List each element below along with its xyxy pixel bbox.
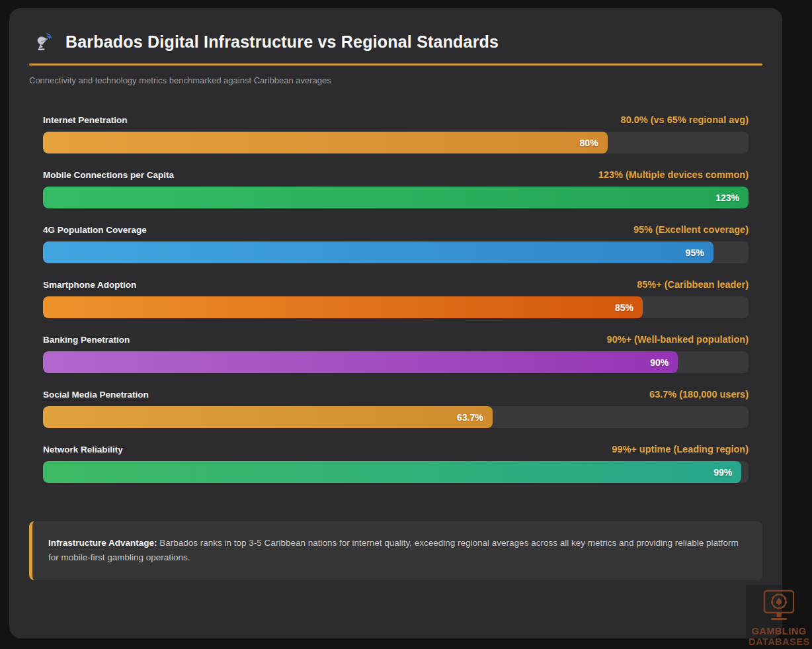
metric-bar-track: 90% (43, 351, 749, 373)
metric-bar-track: 63.7% (43, 406, 749, 428)
metric-bar-value-label: 90% (650, 357, 669, 368)
metric-label: Internet Penetration (43, 115, 128, 125)
metric-label: Social Media Penetration (43, 390, 149, 400)
gambling-monitor-chip-icon (759, 589, 799, 623)
metric-bar-value-label: 80% (580, 138, 598, 148)
metric-bar-track: 80% (43, 132, 749, 153)
metric-annotation: 80.0% (vs 65% regional avg) (621, 114, 749, 125)
metric-label: 4G Population Coverage (43, 225, 147, 235)
metric-bar-value-label: 95% (686, 247, 704, 258)
metric-bar-track: 123% (43, 187, 749, 208)
metric-label: Mobile Connections per Capita (43, 170, 174, 180)
metric-row: Network Reliability 99%+ uptime (Leading… (43, 444, 749, 483)
satellite-dish-icon (34, 30, 56, 53)
metric-annotation: 90%+ (Well-banked population) (607, 334, 749, 345)
metric-row: Mobile Connections per Capita 123% (Mult… (43, 169, 749, 208)
title-underline (29, 64, 762, 65)
logo-text-line1: GAMBLING (749, 626, 809, 637)
infrastructure-note: Infrastructure Advantage: Barbados ranks… (29, 521, 762, 580)
metric-bar-value-label: 99% (713, 467, 732, 478)
logo-text-line2: DATABASES (749, 636, 809, 648)
page-subtitle: Connectivity and technology metrics benc… (29, 75, 762, 85)
metric-bar-fill: 90% (43, 351, 678, 373)
metric-bar-value-label: 85% (615, 302, 633, 313)
metric-bar-fill: 85% (43, 296, 643, 318)
metric-annotation: 95% (Excellent coverage) (633, 224, 749, 235)
metric-bar-fill: 80% (43, 132, 608, 153)
metric-row: Smartphone Adoption 85%+ (Caribbean lead… (43, 279, 749, 318)
metric-row: 4G Population Coverage 95% (Excellent co… (43, 224, 749, 263)
metric-row: Internet Penetration 80.0% (vs 65% regio… (43, 114, 749, 153)
metric-bar-fill: 95% (43, 241, 713, 263)
metrics-list: Internet Penetration 80.0% (vs 65% regio… (43, 114, 749, 483)
infographic-card: Barbados Digital Infrastructure vs Regio… (9, 8, 782, 638)
metric-bar-track: 85% (43, 296, 749, 318)
metric-annotation: 99%+ uptime (Leading region) (612, 444, 749, 454)
metric-row: Social Media Penetration 63.7% (180,000 … (43, 389, 749, 428)
metric-bar-track: 95% (43, 241, 749, 263)
metric-bar-track: 99% (43, 461, 749, 483)
metric-bar-fill: 99% (43, 461, 741, 483)
note-lead: Infrastructure Advantage: (48, 538, 157, 548)
header: Barbados Digital Infrastructure vs Regio… (29, 30, 762, 53)
metric-bar-value-label: 63.7% (457, 412, 483, 423)
metric-row: Banking Penetration 90%+ (Well-banked po… (43, 334, 749, 373)
metric-annotation: 123% (Multiple devices common) (598, 169, 749, 180)
metric-label: Smartphone Adoption (43, 280, 136, 290)
metric-label: Network Reliability (43, 445, 123, 454)
metric-bar-fill: 123% (43, 187, 749, 208)
metric-annotation: 63.7% (180,000 users) (649, 389, 749, 400)
metric-bar-fill: 63.7% (43, 406, 493, 428)
page-title: Barbados Digital Infrastructure vs Regio… (65, 32, 499, 52)
metric-annotation: 85%+ (Caribbean leader) (637, 279, 749, 290)
metric-label: Banking Penetration (43, 335, 130, 345)
metric-bar-value-label: 123% (715, 193, 739, 203)
gambling-databases-watermark: GAMBLING DATABASES (746, 585, 812, 649)
